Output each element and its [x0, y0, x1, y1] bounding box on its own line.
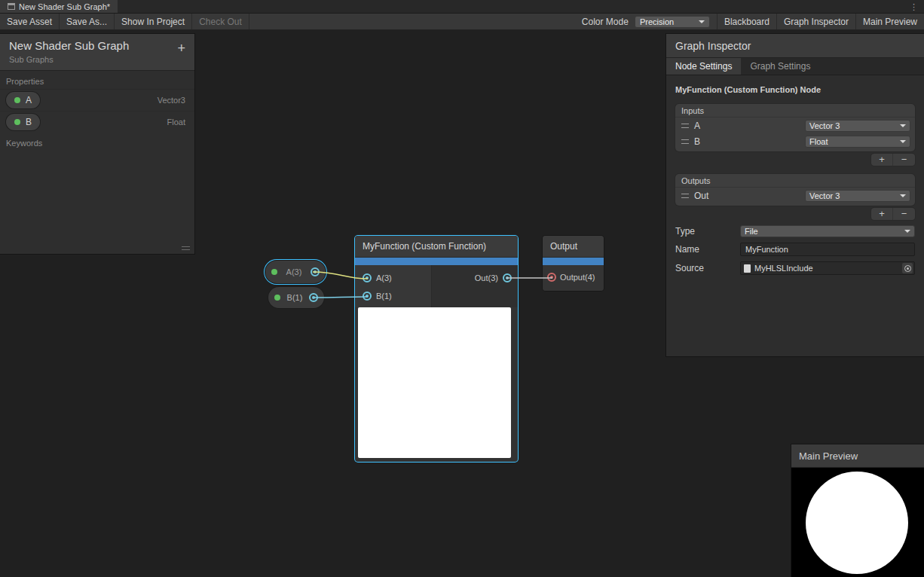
property-node-b[interactable]: B(1) — [268, 287, 324, 308]
output-type-value: Vector 3 — [809, 191, 840, 200]
tab-menu-icon[interactable]: ⋮ — [904, 0, 924, 13]
node-accent-bar — [543, 258, 604, 265]
chevron-down-icon — [900, 140, 906, 143]
script-asset-icon — [744, 264, 751, 273]
inputs-list-controls: + − — [675, 154, 915, 166]
source-object-field[interactable]: MyHLSLInclude — [740, 261, 915, 275]
save-asset-button[interactable]: Save Asset — [0, 14, 60, 29]
source-field-row: Source MyHLSLInclude — [675, 261, 915, 275]
node-output-column: Out(3) — [431, 265, 518, 307]
document-tab[interactable]: New Shader Sub Graph* — [0, 0, 118, 13]
output-type-dropdown[interactable]: Vector 3 — [805, 190, 910, 202]
property-dot-icon — [271, 269, 277, 275]
source-label: Source — [675, 263, 740, 273]
property-name: B — [26, 117, 32, 127]
node-title[interactable]: Output — [543, 236, 604, 258]
input-name: B — [694, 136, 800, 147]
color-mode-label: Color Mode — [576, 14, 635, 29]
resize-handle[interactable] — [182, 244, 190, 250]
property-name: A — [26, 95, 32, 105]
drag-handle-icon[interactable] — [681, 194, 689, 198]
output-port-icon[interactable] — [311, 267, 320, 276]
blackboard-toggle-button[interactable]: Blackboard — [717, 14, 776, 29]
drag-handle-icon[interactable] — [681, 124, 689, 128]
remove-input-button[interactable]: − — [893, 154, 915, 166]
blackboard-property-row[interactable]: A Vector3 — [0, 89, 194, 111]
chevron-down-icon — [900, 194, 906, 197]
node-accent-bar — [355, 258, 518, 265]
input-type-dropdown[interactable]: Vector 3 — [805, 120, 910, 132]
remove-output-button[interactable]: − — [893, 208, 915, 220]
output-port-icon[interactable] — [503, 273, 512, 282]
main-preview-header[interactable]: Main Preview — [791, 444, 924, 468]
property-dot-icon — [274, 295, 280, 301]
outputs-header: Outputs — [675, 174, 915, 188]
main-preview-body — [791, 468, 924, 577]
port-label: A(3) — [376, 273, 392, 282]
property-node-label: B(1) — [284, 293, 305, 302]
input-row: A Vector 3 — [675, 118, 915, 133]
myfunction-node[interactable]: MyFunction (Custom Function) A(3) B(1) O… — [355, 236, 518, 462]
preview-sphere — [806, 472, 908, 574]
precision-dropdown[interactable]: Precision — [635, 16, 710, 28]
graph-inspector-panel: Graph Inspector Node Settings Graph Sett… — [666, 34, 924, 356]
chevron-down-icon — [904, 230, 910, 233]
node-port-area: Output(4) — [543, 265, 604, 291]
save-as-button[interactable]: Save As... — [60, 14, 115, 29]
name-field-row: Name — [675, 243, 915, 256]
main-preview-toggle-button[interactable]: Main Preview — [855, 14, 924, 29]
inspected-node-title: MyFunction (Custom Function) Node — [666, 75, 924, 96]
port-label: B(1) — [376, 292, 392, 301]
input-port-icon[interactable] — [547, 273, 556, 282]
output-node[interactable]: Output Output(4) — [543, 236, 604, 291]
port-label: Out(3) — [475, 273, 498, 282]
outputs-list-controls: + − — [675, 208, 915, 220]
input-type-dropdown[interactable]: Float — [805, 136, 910, 148]
tab-bar: New Shader Sub Graph* ⋮ — [0, 0, 924, 14]
name-input[interactable] — [740, 243, 915, 256]
blackboard-title: New Shader Sub Graph — [9, 39, 185, 52]
input-port-icon[interactable] — [363, 273, 372, 282]
input-port-icon[interactable] — [363, 292, 372, 301]
source-value: MyHLSLInclude — [754, 264, 898, 273]
tab-title: New Shader Sub Graph* — [19, 2, 110, 11]
inputs-header: Inputs — [675, 104, 915, 118]
object-picker-button[interactable] — [902, 263, 913, 273]
show-in-project-button[interactable]: Show In Project — [115, 14, 192, 29]
graph-inspector-header[interactable]: Graph Inspector — [666, 34, 924, 58]
type-value: File — [745, 227, 758, 236]
check-out-button[interactable]: Check Out — [192, 14, 249, 29]
name-label: Name — [675, 244, 740, 255]
outputs-list: Outputs Out Vector 3 — [675, 174, 915, 206]
node-title[interactable]: MyFunction (Custom Function) — [355, 236, 518, 258]
input-type-value: Vector 3 — [809, 121, 840, 130]
port-row: A(3) — [355, 269, 431, 287]
port-row: B(1) — [355, 287, 431, 305]
property-pill[interactable]: A — [6, 92, 40, 108]
tab-graph-settings[interactable]: Graph Settings — [741, 58, 819, 75]
port-label: Output(4) — [560, 273, 595, 282]
drag-handle-icon[interactable] — [681, 139, 689, 144]
property-pill[interactable]: B — [6, 114, 40, 130]
output-port-icon[interactable] — [309, 293, 318, 302]
property-dot-icon — [14, 119, 20, 125]
property-node-a[interactable]: A(3) — [265, 261, 326, 283]
properties-section-label: Properties — [0, 71, 194, 89]
toolbar-spacer — [249, 14, 576, 29]
output-name: Out — [694, 191, 800, 201]
add-property-button[interactable]: + — [177, 41, 185, 55]
input-type-value: Float — [809, 137, 828, 146]
type-label: Type — [675, 226, 740, 237]
input-name: A — [694, 121, 800, 131]
graph-inspector-tabs: Node Settings Graph Settings — [666, 58, 924, 75]
unity-shader-graph-window: New Shader Sub Graph* ⋮ Save Asset Save … — [0, 0, 924, 577]
add-input-button[interactable]: + — [871, 154, 893, 166]
type-dropdown[interactable]: File — [740, 225, 915, 237]
tab-node-settings[interactable]: Node Settings — [666, 58, 741, 75]
blackboard-header[interactable]: New Shader Sub Graph Sub Graphs + — [0, 34, 194, 71]
target-icon — [904, 265, 911, 272]
add-output-button[interactable]: + — [871, 208, 893, 220]
blackboard-property-row[interactable]: B Float — [0, 111, 194, 133]
blackboard-subtitle: Sub Graphs — [9, 55, 185, 64]
graph-inspector-toggle-button[interactable]: Graph Inspector — [776, 14, 855, 29]
